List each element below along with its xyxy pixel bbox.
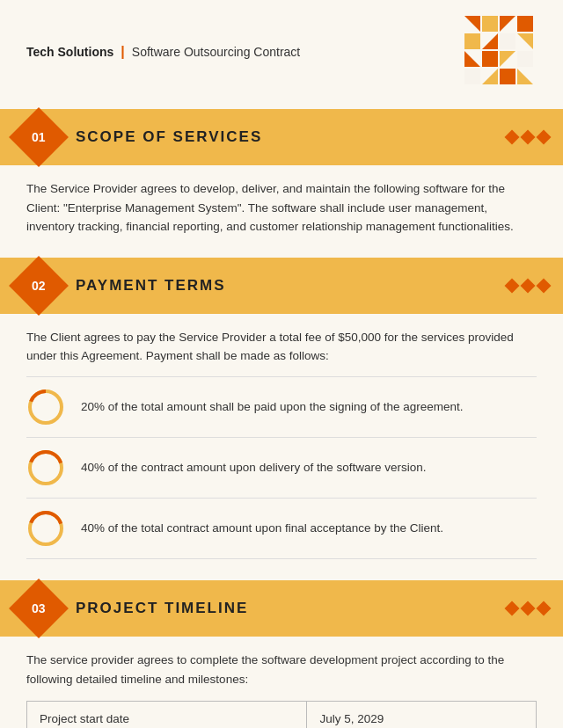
table-row: Project start date July 5, 2029	[27, 702, 537, 728]
document-title: Software Outsourcing Contract	[132, 45, 300, 59]
header: Tech Solutions | Software Outsourcing Co…	[0, 0, 563, 97]
dot-icon	[505, 601, 520, 615]
table-cell-label: Project start date	[27, 702, 307, 728]
logo-tile	[517, 69, 533, 84]
payment-item-3-text: 40% of the total contract amount upon fi…	[81, 520, 443, 537]
dot-icon	[521, 601, 536, 615]
logo-tile	[482, 16, 498, 32]
payment-item-3: 40% of the total contract amount upon fi…	[26, 498, 537, 559]
section-01-text: The Service Provider agrees to develop, …	[26, 179, 537, 237]
pie-40-icon	[26, 448, 65, 487]
logo-tile	[482, 51, 498, 67]
svg-marker-13	[482, 69, 498, 84]
svg-rect-11	[517, 51, 533, 67]
section-01: 01 SCOPE OF SERVICES The Service Provide…	[0, 109, 563, 245]
section-03-title: PROJECT TIMELINE	[76, 600, 507, 617]
table-cell-value: July 5, 2029	[307, 702, 537, 728]
svg-rect-4	[464, 33, 480, 49]
logo-tile	[482, 33, 498, 49]
logo-mosaic	[464, 16, 537, 88]
pie-40b-icon	[26, 509, 65, 548]
dot-icon	[537, 601, 552, 615]
logo-tile	[517, 33, 533, 49]
svg-point-24	[37, 520, 55, 537]
section-01-number: 01	[9, 107, 69, 167]
svg-marker-8	[464, 51, 480, 67]
section-03-body: The service provider agrees to complete …	[0, 637, 563, 728]
section-02-header: 02 PAYMENT TERMS	[0, 258, 563, 314]
svg-point-21	[37, 459, 55, 477]
svg-rect-1	[482, 16, 498, 32]
section-02-dots	[507, 280, 549, 291]
header-left: Tech Solutions | Software Outsourcing Co…	[26, 44, 300, 60]
dot-icon	[521, 130, 536, 145]
logo-tile	[500, 51, 515, 67]
logo-tile	[500, 16, 515, 32]
logo-tile	[500, 33, 515, 49]
section-01-header: 01 SCOPE OF SERVICES	[0, 109, 563, 165]
section-03: 03 PROJECT TIMELINE The service provider…	[0, 580, 563, 728]
section-03-header: 03 PROJECT TIMELINE	[0, 580, 563, 637]
section-03-dots	[507, 603, 549, 614]
section-03-text: The service provider agrees to complete …	[26, 651, 537, 688]
svg-marker-5	[482, 33, 498, 49]
section-01-body: The Service Provider agrees to develop, …	[0, 165, 563, 245]
dot-icon	[537, 278, 552, 293]
dot-icon	[521, 278, 536, 293]
dot-icon	[505, 278, 520, 293]
payment-item-1: 20% of the total amount shall be paid up…	[26, 376, 537, 437]
company-name: Tech Solutions	[26, 45, 113, 59]
timeline-table: Project start date July 5, 2029 Initial …	[26, 701, 537, 728]
logo-tile	[464, 33, 480, 49]
section-02: 02 PAYMENT TERMS The Client agrees to pa…	[0, 258, 563, 568]
logo-tile	[500, 69, 515, 84]
pie-20-icon	[26, 388, 65, 426]
section-02-title: PAYMENT TERMS	[76, 277, 507, 295]
logo-tile	[517, 16, 533, 32]
logo-tile	[517, 51, 533, 67]
payment-item-2-text: 40% of the contract amount upon delivery…	[81, 459, 426, 477]
svg-point-18	[37, 398, 55, 416]
svg-rect-14	[500, 69, 515, 84]
svg-rect-3	[517, 16, 533, 32]
svg-marker-0	[464, 16, 480, 32]
logo-tile	[482, 69, 498, 84]
logo-tile	[464, 16, 480, 32]
section-02-text: The Client agrees to pay the Service Pro…	[26, 328, 537, 366]
svg-rect-12	[464, 69, 480, 84]
svg-marker-15	[517, 69, 533, 84]
payment-items: 20% of the total amount shall be paid up…	[26, 376, 537, 559]
svg-marker-7	[517, 33, 533, 49]
section-02-body: The Client agrees to pay the Service Pro…	[0, 314, 563, 568]
header-divider: |	[121, 44, 124, 60]
svg-rect-9	[482, 51, 498, 67]
dot-icon	[537, 130, 552, 145]
section-02-number: 02	[9, 256, 69, 316]
section-01-title: SCOPE OF SERVICES	[76, 128, 507, 146]
svg-rect-6	[500, 33, 515, 49]
logo-tile	[464, 69, 480, 84]
dot-icon	[505, 130, 520, 145]
section-01-dots	[507, 132, 549, 142]
section-03-number: 03	[9, 579, 69, 638]
svg-marker-2	[500, 16, 515, 32]
payment-item-1-text: 20% of the total amount shall be paid up…	[81, 398, 464, 416]
page: Tech Solutions | Software Outsourcing Co…	[0, 0, 563, 728]
payment-item-2: 40% of the contract amount upon delivery…	[26, 437, 537, 498]
svg-marker-10	[500, 51, 515, 67]
logo-tile	[464, 51, 480, 67]
